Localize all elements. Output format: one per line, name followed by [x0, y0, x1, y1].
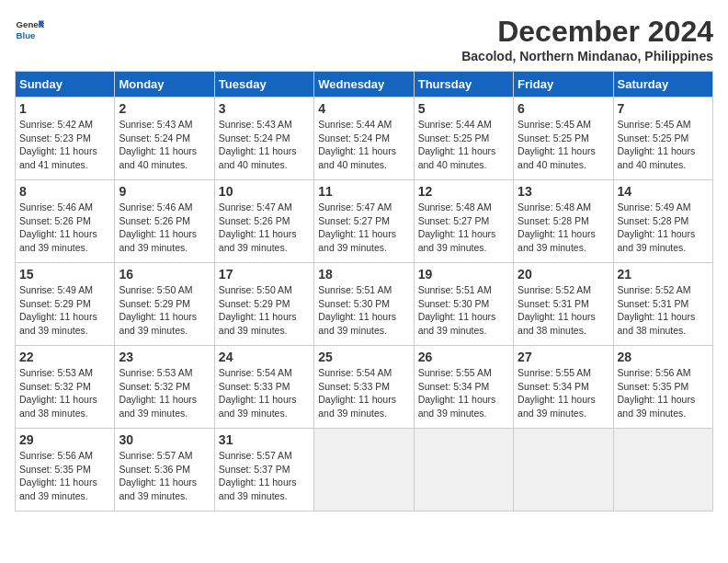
calendar-cell: 14Sunrise: 5:49 AM Sunset: 5:28 PM Dayli…: [613, 180, 712, 263]
day-number: 2: [119, 101, 210, 116]
calendar-cell: 6Sunrise: 5:45 AM Sunset: 5:25 PM Daylig…: [514, 98, 613, 180]
calendar-cell: 13Sunrise: 5:48 AM Sunset: 5:28 PM Dayli…: [514, 180, 613, 263]
weekday-header-tuesday: Tuesday: [214, 72, 313, 98]
cell-content: Sunrise: 5:48 AM Sunset: 5:28 PM Dayligh…: [518, 201, 609, 255]
day-number: 22: [19, 350, 110, 364]
month-title: December 2024: [461, 15, 713, 49]
header: General Blue December 2024 Bacolod, Nort…: [15, 15, 713, 63]
cell-content: Sunrise: 5:45 AM Sunset: 5:25 PM Dayligh…: [518, 118, 609, 172]
cell-content: Sunrise: 5:53 AM Sunset: 5:32 PM Dayligh…: [19, 366, 110, 420]
cell-content: Sunrise: 5:51 AM Sunset: 5:30 PM Dayligh…: [418, 283, 509, 338]
cell-content: Sunrise: 5:43 AM Sunset: 5:24 PM Dayligh…: [119, 118, 210, 172]
calendar-cell: [613, 429, 712, 511]
cell-content: Sunrise: 5:50 AM Sunset: 5:29 PM Dayligh…: [219, 283, 310, 338]
calendar-week-5: 29Sunrise: 5:56 AM Sunset: 5:35 PM Dayli…: [16, 429, 713, 511]
calendar-cell: 27Sunrise: 5:55 AM Sunset: 5:34 PM Dayli…: [514, 346, 613, 429]
weekday-header-friday: Friday: [514, 72, 613, 98]
calendar-week-3: 15Sunrise: 5:49 AM Sunset: 5:29 PM Dayli…: [16, 263, 713, 346]
cell-content: Sunrise: 5:51 AM Sunset: 5:30 PM Dayligh…: [318, 283, 409, 338]
cell-content: Sunrise: 5:49 AM Sunset: 5:28 PM Dayligh…: [618, 201, 709, 255]
cell-content: Sunrise: 5:56 AM Sunset: 5:35 PM Dayligh…: [19, 449, 110, 503]
day-number: 24: [219, 350, 310, 364]
weekday-header-saturday: Saturday: [613, 72, 712, 98]
logo: General Blue: [15, 15, 44, 44]
calendar-cell: 30Sunrise: 5:57 AM Sunset: 5:36 PM Dayli…: [115, 429, 214, 511]
day-number: 4: [318, 101, 409, 116]
title-area: December 2024 Bacolod, Northern Mindanao…: [461, 15, 713, 63]
cell-content: Sunrise: 5:46 AM Sunset: 5:26 PM Dayligh…: [19, 201, 110, 255]
calendar-cell: 2Sunrise: 5:43 AM Sunset: 5:24 PM Daylig…: [115, 98, 214, 180]
day-number: 11: [318, 184, 409, 199]
cell-content: Sunrise: 5:50 AM Sunset: 5:29 PM Dayligh…: [119, 283, 210, 338]
day-number: 13: [518, 184, 609, 199]
cell-content: Sunrise: 5:46 AM Sunset: 5:26 PM Dayligh…: [119, 201, 210, 255]
calendar-cell: 22Sunrise: 5:53 AM Sunset: 5:32 PM Dayli…: [16, 346, 115, 429]
calendar-cell: 21Sunrise: 5:52 AM Sunset: 5:31 PM Dayli…: [613, 263, 712, 346]
day-number: 7: [618, 101, 709, 116]
calendar-cell: 15Sunrise: 5:49 AM Sunset: 5:29 PM Dayli…: [16, 263, 115, 346]
weekday-header-wednesday: Wednesday: [314, 72, 414, 98]
cell-content: Sunrise: 5:55 AM Sunset: 5:34 PM Dayligh…: [518, 366, 609, 420]
weekday-header-sunday: Sunday: [16, 72, 115, 98]
day-number: 28: [618, 350, 709, 364]
logo-icon: General Blue: [15, 15, 44, 44]
calendar-cell: 17Sunrise: 5:50 AM Sunset: 5:29 PM Dayli…: [214, 263, 313, 346]
calendar-cell: [514, 429, 613, 511]
day-number: 16: [119, 267, 210, 282]
cell-content: Sunrise: 5:54 AM Sunset: 5:33 PM Dayligh…: [219, 366, 310, 420]
cell-content: Sunrise: 5:52 AM Sunset: 5:31 PM Dayligh…: [518, 283, 609, 338]
cell-content: Sunrise: 5:43 AM Sunset: 5:24 PM Dayligh…: [219, 118, 310, 172]
day-number: 17: [219, 267, 310, 282]
calendar-cell: 18Sunrise: 5:51 AM Sunset: 5:30 PM Dayli…: [314, 263, 414, 346]
calendar-cell: 3Sunrise: 5:43 AM Sunset: 5:24 PM Daylig…: [214, 98, 313, 180]
calendar-cell: 24Sunrise: 5:54 AM Sunset: 5:33 PM Dayli…: [214, 346, 313, 429]
day-number: 6: [518, 101, 609, 116]
day-number: 15: [19, 267, 110, 282]
cell-content: Sunrise: 5:48 AM Sunset: 5:27 PM Dayligh…: [418, 201, 509, 255]
calendar-cell: 29Sunrise: 5:56 AM Sunset: 5:35 PM Dayli…: [16, 429, 115, 511]
calendar-cell: 26Sunrise: 5:55 AM Sunset: 5:34 PM Dayli…: [414, 346, 513, 429]
calendar-table: SundayMondayTuesdayWednesdayThursdayFrid…: [15, 71, 713, 511]
location-title: Bacolod, Northern Mindanao, Philippines: [461, 49, 713, 63]
day-number: 10: [219, 184, 310, 199]
day-number: 1: [19, 101, 110, 116]
calendar-cell: 25Sunrise: 5:54 AM Sunset: 5:33 PM Dayli…: [314, 346, 414, 429]
cell-content: Sunrise: 5:56 AM Sunset: 5:35 PM Dayligh…: [618, 366, 709, 420]
weekday-header-row: SundayMondayTuesdayWednesdayThursdayFrid…: [16, 72, 713, 98]
calendar-cell: 12Sunrise: 5:48 AM Sunset: 5:27 PM Dayli…: [414, 180, 513, 263]
day-number: 5: [418, 101, 509, 116]
cell-content: Sunrise: 5:52 AM Sunset: 5:31 PM Dayligh…: [618, 283, 709, 338]
calendar-week-2: 8Sunrise: 5:46 AM Sunset: 5:26 PM Daylig…: [16, 180, 713, 263]
day-number: 8: [19, 184, 110, 199]
cell-content: Sunrise: 5:47 AM Sunset: 5:26 PM Dayligh…: [219, 201, 310, 255]
cell-content: Sunrise: 5:44 AM Sunset: 5:24 PM Dayligh…: [318, 118, 409, 172]
cell-content: Sunrise: 5:54 AM Sunset: 5:33 PM Dayligh…: [318, 366, 409, 420]
weekday-header-thursday: Thursday: [414, 72, 513, 98]
day-number: 12: [418, 184, 509, 199]
calendar-week-1: 1Sunrise: 5:42 AM Sunset: 5:23 PM Daylig…: [16, 98, 713, 180]
calendar-cell: 28Sunrise: 5:56 AM Sunset: 5:35 PM Dayli…: [613, 346, 712, 429]
day-number: 27: [518, 350, 609, 364]
cell-content: Sunrise: 5:47 AM Sunset: 5:27 PM Dayligh…: [318, 201, 409, 255]
calendar-cell: 9Sunrise: 5:46 AM Sunset: 5:26 PM Daylig…: [115, 180, 214, 263]
cell-content: Sunrise: 5:44 AM Sunset: 5:25 PM Dayligh…: [418, 118, 509, 172]
cell-content: Sunrise: 5:57 AM Sunset: 5:36 PM Dayligh…: [119, 449, 210, 503]
calendar-cell: 11Sunrise: 5:47 AM Sunset: 5:27 PM Dayli…: [314, 180, 414, 263]
day-number: 14: [618, 184, 709, 199]
cell-content: Sunrise: 5:53 AM Sunset: 5:32 PM Dayligh…: [119, 366, 210, 420]
day-number: 3: [219, 101, 310, 116]
day-number: 18: [318, 267, 409, 282]
calendar-cell: 7Sunrise: 5:45 AM Sunset: 5:25 PM Daylig…: [613, 98, 712, 180]
calendar-cell: 4Sunrise: 5:44 AM Sunset: 5:24 PM Daylig…: [314, 98, 414, 180]
calendar-cell: 19Sunrise: 5:51 AM Sunset: 5:30 PM Dayli…: [414, 263, 513, 346]
day-number: 21: [618, 267, 709, 282]
svg-text:Blue: Blue: [17, 30, 36, 40]
day-number: 26: [418, 350, 509, 364]
cell-content: Sunrise: 5:42 AM Sunset: 5:23 PM Dayligh…: [19, 118, 110, 172]
cell-content: Sunrise: 5:45 AM Sunset: 5:25 PM Dayligh…: [618, 118, 709, 172]
cell-content: Sunrise: 5:57 AM Sunset: 5:37 PM Dayligh…: [219, 449, 310, 503]
day-number: 31: [219, 432, 310, 447]
calendar-cell: [414, 429, 513, 511]
day-number: 25: [318, 350, 409, 364]
calendar-cell: 16Sunrise: 5:50 AM Sunset: 5:29 PM Dayli…: [115, 263, 214, 346]
